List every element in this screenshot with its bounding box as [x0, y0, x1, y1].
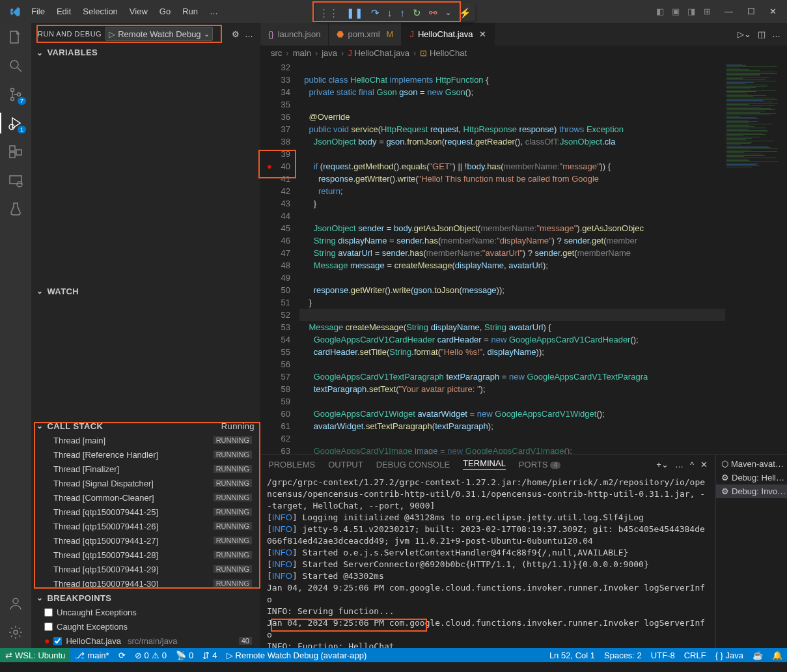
- close-tab-icon[interactable]: ✕: [479, 29, 486, 39]
- testing-icon[interactable]: [8, 201, 23, 217]
- indent-indicator[interactable]: Spaces: 2: [600, 651, 646, 660]
- menu-item[interactable]: Edit: [51, 4, 76, 19]
- gear-icon[interactable]: ⚙: [232, 29, 240, 39]
- drag-handle-icon[interactable]: ⋮⋮: [319, 8, 338, 18]
- maximize-panel-icon[interactable]: ^: [690, 460, 694, 469]
- step-out-icon[interactable]: ↑: [400, 8, 406, 18]
- remote-icon[interactable]: [8, 173, 23, 188]
- thread-row[interactable]: Thread [qtp1500079441-27]RUNNING: [31, 533, 260, 548]
- watch-header[interactable]: ⌄WATCH: [31, 285, 260, 299]
- editor-tab[interactable]: JHelloChat.java✕: [402, 23, 495, 46]
- breadcrumb-item[interactable]: ⊡ HelloChat: [420, 48, 467, 58]
- ports-indicator[interactable]: ⇵ 4: [198, 651, 221, 660]
- terminal-session[interactable]: ⚙Debug: Hell…: [716, 471, 787, 484]
- panel-right-icon[interactable]: ◨: [687, 7, 696, 16]
- menu-item[interactable]: View: [124, 4, 153, 19]
- thread-row[interactable]: Thread [qtp1500079441-29]RUNNING: [31, 562, 260, 576]
- extensions-icon[interactable]: [8, 144, 23, 160]
- encoding-indicator[interactable]: UTF-8: [646, 651, 680, 660]
- run-icon[interactable]: ▷⌄: [738, 29, 751, 39]
- debug-icon[interactable]: 1: [8, 115, 23, 131]
- new-terminal-icon[interactable]: +⌄: [656, 460, 669, 469]
- terminal-session[interactable]: ⚙Debug: Invo…: [716, 484, 787, 498]
- breakpoint-checkbox[interactable]: [44, 623, 53, 631]
- cursor-position[interactable]: Ln 52, Col 1: [545, 651, 600, 660]
- editor-tab[interactable]: {}launch.json: [260, 23, 329, 46]
- chevron-down-icon[interactable]: ⌄: [445, 9, 451, 16]
- language-indicator[interactable]: { } Java: [711, 651, 748, 660]
- breadcrumb-item[interactable]: J HelloChat.java: [348, 48, 409, 58]
- panel-tab[interactable]: OUTPUT: [328, 460, 363, 469]
- thread-row[interactable]: Thread [qtp1500079441-28]RUNNING: [31, 548, 260, 562]
- code-editor[interactable]: public class HelloChat implements HttpFu…: [299, 60, 725, 454]
- split-icon[interactable]: ◫: [758, 29, 766, 39]
- gutter[interactable]: 3233343536373839404142434445464748495051…: [260, 60, 299, 454]
- breadcrumb-item[interactable]: src: [271, 48, 282, 58]
- disconnect-icon[interactable]: ⚯: [429, 8, 437, 18]
- minimize-icon[interactable]: —: [725, 7, 733, 16]
- thread-row[interactable]: Thread [Signal Dispatcher]RUNNING: [31, 476, 260, 490]
- layout-icon[interactable]: ⊞: [702, 7, 711, 16]
- breadcrumb-item[interactable]: main: [293, 48, 311, 58]
- callstack-header[interactable]: ⌄CALL STACKRunning: [31, 419, 260, 433]
- java-icon[interactable]: ☕: [748, 651, 767, 660]
- thread-row[interactable]: Thread [main]RUNNING: [31, 433, 260, 447]
- launch-config-dropdown[interactable]: ▷ Remote Watch Debug ⌄: [105, 27, 212, 41]
- breakpoint-row[interactable]: Caught Exceptions: [31, 619, 260, 634]
- pause-icon[interactable]: ❚❚: [346, 8, 363, 18]
- start-debug-icon[interactable]: ▷: [109, 29, 115, 39]
- eol-indicator[interactable]: CRLF: [680, 651, 711, 660]
- close-panel-icon[interactable]: ✕: [700, 460, 708, 469]
- menu-item[interactable]: Selection: [77, 4, 122, 19]
- panel-left-icon[interactable]: ◧: [656, 7, 665, 16]
- problems-indicator[interactable]: ⊘ 0 ⚠ 0: [130, 651, 171, 660]
- panel-tab[interactable]: PROBLEMS: [268, 460, 315, 469]
- radio-indicator[interactable]: 📡 0: [171, 651, 198, 660]
- hot-reload-icon[interactable]: ⚡: [459, 8, 471, 18]
- panel-tab[interactable]: PORTS4: [519, 460, 560, 469]
- more-icon[interactable]: …: [245, 29, 253, 39]
- more-icon[interactable]: …: [675, 460, 683, 469]
- debug-status[interactable]: ▷ Remote Watch Debug (avatar-app): [222, 651, 372, 660]
- account-icon[interactable]: [8, 596, 23, 611]
- breadcrumb-item[interactable]: java: [322, 48, 337, 58]
- editor-tab[interactable]: ⬣pom.xmlM: [329, 23, 402, 46]
- close-icon[interactable]: ✕: [769, 7, 777, 16]
- minimap[interactable]: [725, 60, 787, 454]
- step-over-icon[interactable]: ↷: [371, 8, 380, 18]
- terminal-output[interactable]: /grpc/grpc-context/1.27.2/grpc-context-1…: [260, 474, 715, 648]
- notifications-icon[interactable]: 🔔: [767, 651, 787, 660]
- panel-tab[interactable]: DEBUG CONSOLE: [376, 460, 450, 469]
- scm-icon[interactable]: 7: [8, 87, 23, 102]
- thread-row[interactable]: Thread [Reference Handler]RUNNING: [31, 447, 260, 462]
- explorer-icon[interactable]: [8, 29, 23, 45]
- remote-indicator[interactable]: ⇄WSL: Ubuntu: [0, 648, 70, 662]
- breakpoint-row[interactable]: Uncaught Exceptions: [31, 605, 260, 619]
- thread-row[interactable]: Thread [qtp1500079441-25]RUNNING: [31, 505, 260, 519]
- breadcrumb[interactable]: src›main›java›J HelloChat.java›⊡ HelloCh…: [260, 46, 787, 60]
- breakpoint-checkbox[interactable]: [53, 637, 62, 645]
- menu-item[interactable]: Run: [177, 4, 203, 19]
- menu-item[interactable]: Go: [154, 4, 176, 19]
- variables-header[interactable]: ⌄VARIABLES: [31, 46, 260, 60]
- menu-item[interactable]: File: [26, 4, 50, 19]
- gear-icon[interactable]: [8, 624, 23, 640]
- restart-icon[interactable]: ↻: [413, 8, 421, 18]
- panel-tab[interactable]: TERMINAL: [463, 458, 506, 470]
- debug-toolbar[interactable]: ⋮⋮ ❚❚ ↷ ↓ ↑ ↻ ⚯ ⌄ ⚡: [315, 3, 475, 21]
- breakpoints-header[interactable]: ⌄BREAKPOINTS: [31, 591, 260, 605]
- thread-row[interactable]: Thread [qtp1500079441-30]RUNNING: [31, 576, 260, 591]
- menu-item[interactable]: …: [204, 4, 223, 19]
- branch-indicator[interactable]: ⎇main*: [70, 651, 113, 660]
- sync-button[interactable]: ⟳: [114, 651, 130, 660]
- thread-row[interactable]: Thread [Finalizer]RUNNING: [31, 462, 260, 476]
- thread-row[interactable]: Thread [Common-Cleaner]RUNNING: [31, 490, 260, 505]
- maximize-icon[interactable]: ☐: [747, 7, 755, 16]
- breakpoint-checkbox[interactable]: [44, 608, 53, 617]
- panel-bottom-icon[interactable]: ▣: [671, 7, 680, 16]
- step-into-icon[interactable]: ↓: [387, 8, 393, 18]
- breakpoint-file-row[interactable]: ●HelloChat.javasrc/main/java40: [31, 634, 260, 648]
- search-icon[interactable]: [8, 58, 23, 74]
- more-icon[interactable]: …: [772, 29, 780, 39]
- terminal-session[interactable]: ⬡Maven-avat…: [716, 457, 787, 471]
